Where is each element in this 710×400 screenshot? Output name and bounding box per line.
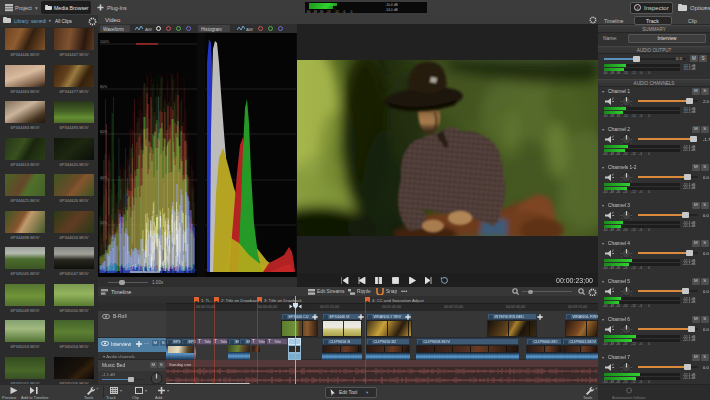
svg-text:100%: 100%: [100, 40, 110, 44]
svg-text:80%: 80%: [100, 85, 108, 89]
